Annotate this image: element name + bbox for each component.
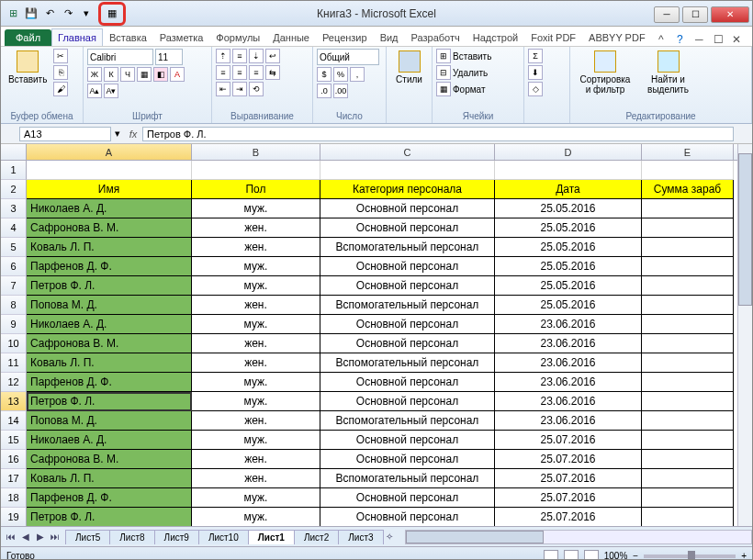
cell[interactable]: муж. (192, 392, 320, 411)
ribbon-tab[interactable]: ABBYY PDF (582, 28, 652, 46)
hscroll-thumb[interactable] (406, 531, 545, 543)
dec-decimal-icon[interactable]: .00 (333, 84, 348, 98)
cell[interactable] (642, 315, 734, 334)
horizontal-scrollbar[interactable] (405, 530, 752, 544)
row-header[interactable]: 4 (1, 218, 27, 238)
row-header[interactable]: 16 (1, 450, 27, 469)
ribbon-tab[interactable]: Вид (374, 28, 405, 46)
cell[interactable]: Основной персонал (320, 373, 495, 392)
cell[interactable]: 25.07.2016 (495, 488, 642, 508)
wrap-text-icon[interactable]: ↩ (265, 49, 280, 63)
clear-icon[interactable]: ◇ (528, 82, 543, 96)
cell[interactable] (642, 353, 734, 373)
cell[interactable]: Основной персонал (320, 450, 495, 469)
cell[interactable]: Парфенов Д. Ф. (27, 488, 192, 508)
cell[interactable] (27, 161, 192, 180)
ribbon-tab[interactable]: Формулы (209, 28, 266, 46)
cell[interactable]: 25.05.2016 (495, 199, 642, 218)
row-header[interactable]: 19 (1, 508, 27, 526)
cell[interactable]: Дата (495, 180, 642, 199)
align-bot-icon[interactable]: ⇣ (249, 49, 264, 63)
cell[interactable] (642, 218, 734, 238)
sheet-tab[interactable]: Лист8 (109, 530, 154, 544)
cell[interactable]: Николаев А. Д. (27, 199, 192, 218)
cell[interactable] (320, 161, 495, 180)
cell[interactable]: жен. (192, 353, 320, 373)
sort-filter-button[interactable]: Сортировка и фильтр (574, 49, 636, 96)
undo-icon[interactable]: ↶ (41, 6, 58, 22)
cell[interactable]: жен. (192, 296, 320, 315)
doc-close-icon[interactable]: ✕ (732, 33, 745, 46)
currency-icon[interactable]: $ (317, 67, 332, 82)
cell[interactable]: Петров Ф. Л. (27, 392, 192, 411)
cell[interactable]: 25.07.2016 (495, 469, 642, 488)
vscroll-thumb[interactable] (738, 153, 752, 306)
italic-button[interactable]: К (104, 67, 118, 82)
number-format-select[interactable] (317, 49, 379, 65)
cell[interactable]: Основной персонал (320, 276, 495, 296)
sheet-tab[interactable]: Лист5 (65, 530, 110, 544)
zoom-thumb[interactable] (688, 551, 695, 561)
inc-decimal-icon[interactable]: .0 (317, 84, 332, 98)
cell[interactable]: Николаев А. Д. (27, 315, 192, 334)
zoom-level[interactable]: 100% (604, 551, 628, 560)
redo-icon[interactable]: ↷ (60, 6, 76, 22)
cell[interactable]: Вспомогательный персонал (320, 353, 495, 373)
cell[interactable]: 25.07.2016 (495, 431, 642, 450)
row-header[interactable]: 5 (1, 238, 27, 257)
cell[interactable] (642, 488, 734, 508)
cell[interactable] (642, 161, 734, 180)
align-center-icon[interactable]: ≡ (232, 65, 247, 80)
form-button-highlight[interactable]: ▦ (98, 2, 126, 26)
bold-button[interactable]: Ж (87, 67, 102, 82)
cell[interactable]: 25.05.2016 (495, 296, 642, 315)
sheet-nav-last-icon[interactable]: ⏭ (49, 531, 62, 543)
cell[interactable]: жен. (192, 218, 320, 238)
cell[interactable] (642, 469, 734, 488)
cell[interactable]: муж. (192, 199, 320, 218)
cell[interactable] (642, 373, 734, 392)
fill-color-button[interactable]: ◧ (153, 67, 168, 82)
cell[interactable]: Попова М. Д. (27, 411, 192, 431)
cell[interactable]: муж. (192, 488, 320, 508)
help-icon[interactable]: ? (677, 33, 690, 46)
name-box[interactable]: A13 (19, 127, 111, 141)
row-header[interactable]: 7 (1, 276, 27, 296)
cell[interactable]: Попова М. Д. (27, 296, 192, 315)
cell[interactable] (642, 392, 734, 411)
col-header-b[interactable]: B (192, 144, 320, 160)
cell[interactable]: 23.06.2016 (495, 411, 642, 431)
cell[interactable]: муж. (192, 508, 320, 526)
cell[interactable]: муж. (192, 431, 320, 450)
copy-icon[interactable]: ⎘ (53, 65, 68, 80)
ribbon-tab[interactable]: Разметка (153, 28, 210, 46)
ribbon-tab[interactable]: Главная (51, 28, 103, 46)
col-header-e[interactable]: E (642, 144, 734, 160)
row-header[interactable]: 12 (1, 373, 27, 392)
cell[interactable]: Сафронова В. М. (27, 218, 192, 238)
minimize-button[interactable]: ─ (654, 6, 680, 23)
doc-minimize-icon[interactable]: ─ (695, 33, 708, 46)
cell[interactable]: Петров Ф. Л. (27, 276, 192, 296)
sheet-nav-first-icon[interactable]: ⏮ (5, 531, 17, 543)
cell[interactable]: Вспомогательный персонал (320, 411, 495, 431)
row-header[interactable]: 14 (1, 411, 27, 431)
cell[interactable]: жен. (192, 334, 320, 353)
cell[interactable]: 23.06.2016 (495, 373, 642, 392)
paste-button[interactable]: Вставить (5, 49, 51, 86)
decrease-font-icon[interactable]: A▾ (104, 84, 118, 98)
styles-button[interactable]: Стили (390, 49, 428, 86)
align-top-icon[interactable]: ⇡ (216, 49, 230, 63)
col-header-d[interactable]: D (495, 144, 642, 160)
row-header[interactable]: 17 (1, 469, 27, 488)
ribbon-tab[interactable]: Foxit PDF (524, 28, 582, 46)
minimize-ribbon-icon[interactable]: ^ (658, 33, 671, 46)
row-header[interactable]: 6 (1, 257, 27, 276)
zoom-out-icon[interactable]: − (633, 551, 638, 560)
zoom-slider[interactable] (644, 554, 736, 558)
underline-button[interactable]: Ч (120, 67, 135, 82)
row-header[interactable]: 10 (1, 334, 27, 353)
cut-icon[interactable]: ✂ (53, 49, 68, 63)
cell[interactable]: муж. (192, 257, 320, 276)
cell[interactable]: Парфенов Д. Ф. (27, 373, 192, 392)
